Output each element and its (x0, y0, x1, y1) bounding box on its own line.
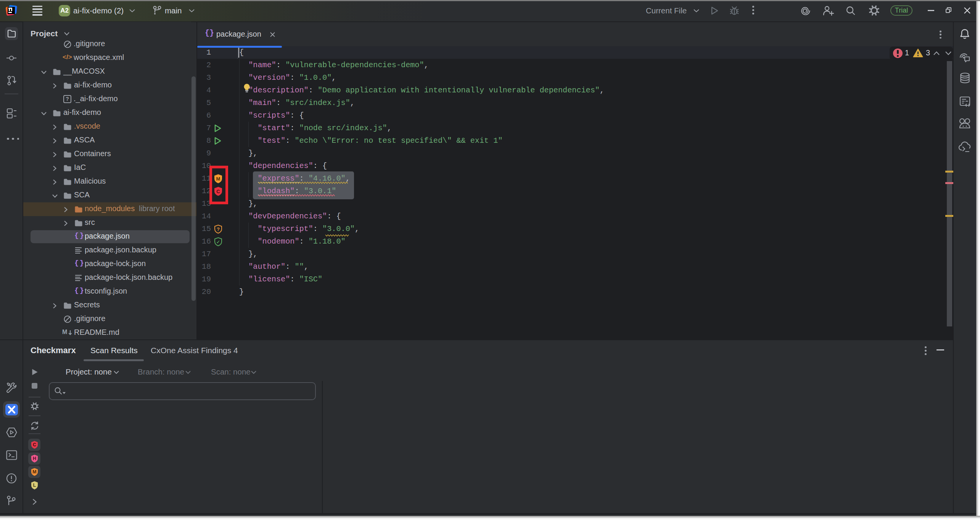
svg-text:M: M (32, 469, 36, 475)
svg-text:H: H (33, 456, 36, 461)
svg-text:C: C (33, 442, 36, 447)
svg-text:?: ? (217, 226, 220, 232)
svg-text:✓: ✓ (216, 239, 220, 244)
svg-text:L: L (33, 482, 36, 488)
